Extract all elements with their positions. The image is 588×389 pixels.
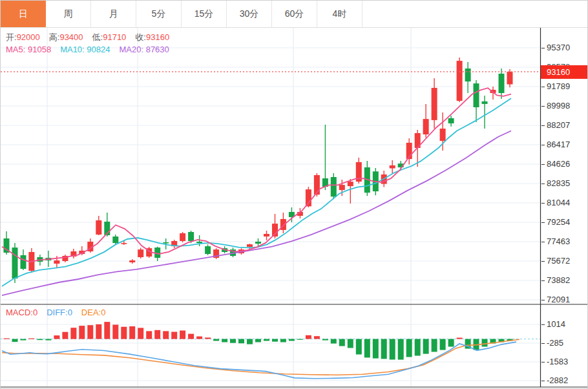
axis-tick-label: 79254 — [541, 216, 570, 228]
readout-item: 开:92000 — [6, 32, 40, 42]
tab-30min[interactable]: 30分 — [227, 1, 272, 27]
readout-item: MACD:0 — [6, 308, 37, 317]
axis-tick-label: 89998 — [541, 100, 570, 112]
axis-tick-label: 77463 — [541, 236, 570, 247]
axis-tick-label: 95370 — [541, 42, 570, 54]
tab-week[interactable]: 周 — [46, 1, 91, 27]
axis-tick-label: -1583 — [541, 356, 568, 368]
tab-60min[interactable]: 60分 — [272, 1, 317, 27]
readout-item: 收:93160 — [135, 32, 169, 42]
ohlc-readout: 开:92000高:93400低:91710收:93160 — [6, 32, 178, 43]
period-tabbar: 日周月5分15分30分60分4时 — [1, 1, 587, 28]
trading-chart-app: 日周月5分15分30分60分4时 开:92000高:93400低:91710收:… — [0, 0, 588, 389]
axis-tick-label: 75672 — [541, 255, 570, 267]
axis-tick-label: -2882 — [541, 375, 568, 386]
axis-tick-label: 73882 — [541, 275, 570, 286]
last-price-tag: 93160 — [541, 65, 587, 79]
tab-month[interactable]: 月 — [91, 1, 136, 27]
candlestick-chart-canvas[interactable] — [1, 1, 588, 389]
axis-tick-label: 88207 — [541, 120, 570, 131]
axis-tick-label: 1014 — [541, 319, 565, 330]
axis-tick-label: 72091 — [541, 294, 570, 306]
axis-tick-label: 84626 — [541, 158, 570, 170]
readout-item: DEA:0 — [81, 308, 106, 317]
axis-tick-label: 81044 — [541, 197, 570, 209]
readout-item: DIFF:0 — [47, 308, 72, 317]
tab-15min[interactable]: 15分 — [182, 1, 227, 27]
readout-item: MA20: 87630 — [119, 45, 169, 54]
tab-4hour[interactable]: 4时 — [317, 1, 362, 27]
readout-item: 低:91710 — [92, 32, 127, 42]
axis-tick-label: 82835 — [541, 178, 570, 189]
axis-tick-label: 91789 — [541, 81, 570, 92]
tab-5min[interactable]: 5分 — [136, 1, 182, 27]
readout-item: 高:93400 — [49, 32, 83, 42]
ma-readout: MA5: 91058MA10: 90824MA20: 87630 — [6, 45, 178, 54]
readout-item: MA5: 91058 — [6, 45, 51, 54]
axis-tick-label: -285 — [541, 337, 563, 349]
readout-item: MA10: 90824 — [60, 45, 110, 54]
tab-day[interactable]: 日 — [1, 1, 46, 27]
price-axis: 9537093578917898999888207864178462682835… — [541, 1, 587, 388]
axis-tick-label: 86417 — [541, 139, 570, 151]
macd-readout: MACD:0DIFF:0DEA:0 — [6, 308, 114, 317]
